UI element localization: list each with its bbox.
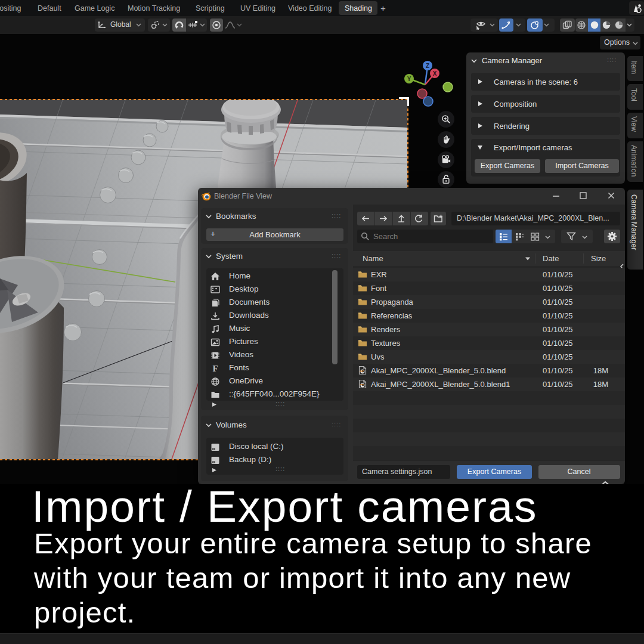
svg-text:F: F [212,364,218,373]
svg-text:Y: Y [407,76,411,82]
svg-text:X: X [433,70,437,77]
svg-text:Z: Z [426,63,429,69]
